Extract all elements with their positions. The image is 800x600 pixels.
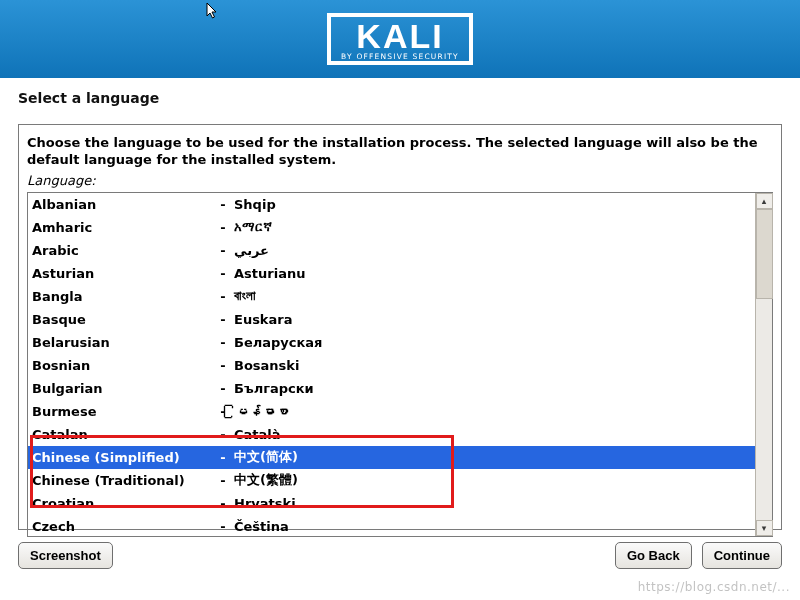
- language-name: Chinese (Traditional): [32, 473, 212, 488]
- language-row[interactable]: Albanian-Shqip: [28, 193, 755, 216]
- language-row[interactable]: Bangla-বাংলা: [28, 285, 755, 308]
- language-native: Bosanski: [234, 358, 755, 373]
- language-row[interactable]: Czech-Čeština: [28, 515, 755, 536]
- language-name: Czech: [32, 519, 212, 534]
- kali-logo: KALI BY OFFENSIVE SECURITY: [327, 13, 473, 66]
- language-name: Asturian: [32, 266, 212, 281]
- separator: -: [212, 335, 234, 350]
- language-row[interactable]: Belarusian-Беларуская: [28, 331, 755, 354]
- language-name: Croatian: [32, 496, 212, 511]
- separator: -: [212, 404, 234, 419]
- language-native: Български: [234, 381, 755, 396]
- language-native: 中文(繁體): [234, 471, 755, 489]
- language-native: Català: [234, 427, 755, 442]
- scrollbar[interactable]: ▴ ▾: [755, 193, 772, 536]
- language-name: Amharic: [32, 220, 212, 235]
- language-list[interactable]: Albanian-ShqipAmharic-አማርኛArabic-عربيAst…: [28, 193, 755, 536]
- continue-button[interactable]: Continue: [702, 542, 782, 569]
- language-name: Catalan: [32, 427, 212, 442]
- language-name: Basque: [32, 312, 212, 327]
- language-row[interactable]: Basque-Euskara: [28, 308, 755, 331]
- nav-button-group: Go Back Continue: [615, 542, 782, 569]
- language-name: Chinese (Simplified): [32, 450, 212, 465]
- go-back-button[interactable]: Go Back: [615, 542, 692, 569]
- language-row[interactable]: Asturian-Asturianu: [28, 262, 755, 285]
- separator: -: [212, 358, 234, 373]
- instruction-text: Choose the language to be used for the i…: [27, 135, 773, 169]
- separator: -: [212, 312, 234, 327]
- language-native: Čeština: [234, 519, 755, 534]
- logo-text: KALI: [341, 19, 459, 55]
- language-row[interactable]: Amharic-አማርኛ: [28, 216, 755, 239]
- scroll-down-icon[interactable]: ▾: [756, 520, 773, 536]
- watermark-text: https://blog.csdn.net/...: [638, 580, 790, 594]
- language-panel: Choose the language to be used for the i…: [18, 124, 782, 530]
- language-row[interactable]: Chinese (Traditional)-中文(繁體): [28, 469, 755, 492]
- language-list-container: Albanian-ShqipAmharic-አማርኛArabic-عربيAst…: [27, 192, 773, 537]
- logo-subtitle: BY OFFENSIVE SECURITY: [341, 52, 459, 61]
- page-title: Select a language: [18, 90, 782, 106]
- separator: -: [212, 473, 234, 488]
- scroll-up-icon[interactable]: ▴: [756, 193, 773, 209]
- separator: -: [212, 243, 234, 258]
- language-row[interactable]: Bulgarian-Български: [28, 377, 755, 400]
- language-row[interactable]: Bosnian-Bosanski: [28, 354, 755, 377]
- separator: -: [212, 381, 234, 396]
- installer-header: KALI BY OFFENSIVE SECURITY: [0, 0, 800, 78]
- separator: -: [212, 519, 234, 534]
- separator: -: [212, 266, 234, 281]
- language-name: Belarusian: [32, 335, 212, 350]
- language-name: Bangla: [32, 289, 212, 304]
- separator: -: [212, 197, 234, 212]
- language-row[interactable]: Catalan-Català: [28, 423, 755, 446]
- language-native: 中文(简体): [234, 448, 755, 466]
- scroll-track[interactable]: [756, 209, 773, 520]
- language-row[interactable]: Chinese (Simplified)-中文(简体): [28, 446, 755, 469]
- scroll-thumb[interactable]: [756, 209, 773, 299]
- page-body: Select a language Choose the language to…: [0, 78, 800, 530]
- language-name: Albanian: [32, 197, 212, 212]
- language-native: አማርኛ: [234, 219, 755, 235]
- language-name: Bulgarian: [32, 381, 212, 396]
- language-native: Shqip: [234, 197, 755, 212]
- language-name: Burmese: [32, 404, 212, 419]
- separator: -: [212, 496, 234, 511]
- language-native: বাংলা: [234, 288, 755, 304]
- language-native: Беларуская: [234, 335, 755, 350]
- language-name: Arabic: [32, 243, 212, 258]
- language-native: Asturianu: [234, 266, 755, 281]
- screenshot-button[interactable]: Screenshot: [18, 542, 113, 569]
- separator: -: [212, 450, 234, 465]
- language-native: Euskara: [234, 312, 755, 327]
- separator: -: [212, 289, 234, 304]
- language-native: عربي: [234, 243, 755, 258]
- language-native: မြန်မာစာ: [234, 404, 755, 419]
- separator: -: [212, 427, 234, 442]
- language-row[interactable]: Arabic-عربي: [28, 239, 755, 262]
- language-name: Bosnian: [32, 358, 212, 373]
- language-label: Language:: [27, 173, 773, 188]
- separator: -: [212, 220, 234, 235]
- language-row[interactable]: Croatian-Hrvatski: [28, 492, 755, 515]
- mouse-cursor-icon: [206, 2, 220, 24]
- language-row[interactable]: Burmese-မြန်မာစာ: [28, 400, 755, 423]
- language-native: Hrvatski: [234, 496, 755, 511]
